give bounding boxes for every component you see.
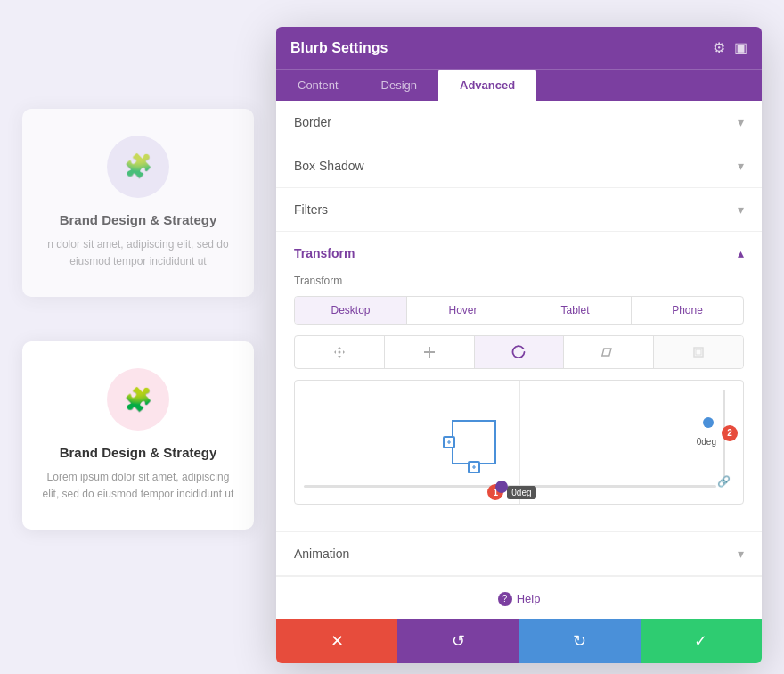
card-bottom: 🧩 Brand Design & Strategy Lorem ipsum do… [22,341,254,530]
v-slider-badge: 2 [722,425,738,441]
v-slider-value: 0deg [697,432,716,448]
tab-content[interactable]: Content [276,70,360,101]
device-tab-phone[interactable]: Phone [632,297,743,324]
h-slider-thumb[interactable] [495,481,508,493]
transform-btn-move[interactable] [295,336,385,368]
filters-arrow: ▾ [738,202,744,217]
panel-body: Border ▾ Box Shadow ▾ Filters ▾ Transfor… [276,101,762,619]
transform-type-buttons [294,335,744,369]
tab-advanced[interactable]: Advanced [438,70,536,101]
svg-rect-3 [602,349,611,356]
box-shadow-arrow: ▾ [738,159,744,173]
transform-btn-rotate[interactable] [475,336,565,368]
help-icon: ? [498,592,512,606]
transform-btn-add[interactable] [385,336,475,368]
animation-title: Animation [294,547,349,561]
animation-section: Animation ▾ [276,532,762,576]
transform-rect [452,420,496,464]
puzzle-icon-top: 🧩 [124,152,152,180]
undo-button[interactable]: ↺ [397,619,519,663]
panel-header-icons: ⚙ ▣ [713,39,747,56]
transform-section: Transform ▴ Transform Desktop Hover Tabl… [276,232,762,532]
box-shadow-title: Box Shadow [294,159,364,173]
transform-arrow: ▴ [738,246,744,260]
h-slider-label: 0deg [507,486,535,499]
border-title: Border [294,115,331,129]
box-shadow-header[interactable]: Box Shadow ▾ [276,144,762,187]
border-section: Border ▾ [276,101,762,144]
svg-rect-5 [696,349,701,355]
card-top-text: n dolor sit amet, adipiscing elit, sed d… [40,236,236,270]
settings-panel: Blurb Settings ⚙ ▣ Content Design Advanc… [276,27,762,663]
tab-design[interactable]: Design [360,70,438,101]
filters-title: Filters [294,202,328,217]
puzzle-icon-bottom: 🧩 [124,386,152,414]
filters-section: Filters ▾ [276,188,762,232]
panel-footer: ✕ ↺ ↻ ✓ [276,619,762,663]
redo-button[interactable]: ↻ [519,619,641,663]
svg-point-0 [338,351,340,354]
v-slider-info: 2 [722,425,738,441]
device-tab-tablet[interactable]: Tablet [519,297,632,324]
panel-header: Blurb Settings ⚙ ▣ [276,27,762,69]
card-top: 🧩 Brand Design & Strategy n dolor sit am… [22,109,254,297]
transform-btn-scale[interactable] [654,336,743,368]
cancel-button[interactable]: ✕ [276,619,397,663]
transform-handle-bottom[interactable] [468,461,480,473]
link-icon[interactable]: 🔗 [717,475,731,488]
border-header[interactable]: Border ▾ [276,101,762,144]
card-top-title: Brand Design & Strategy [40,212,236,227]
animation-header[interactable]: Animation ▾ [276,532,762,575]
box-shadow-section: Box Shadow ▾ [276,144,762,188]
help-link[interactable]: ? Help [498,592,541,606]
transform-handle-left[interactable] [443,436,455,448]
panel-title: Blurb Settings [290,40,388,56]
filters-header[interactable]: Filters ▾ [276,188,762,231]
help-bar: ? Help [276,576,762,619]
card-icon-top: 🧩 [107,136,169,198]
settings-icon[interactable]: ⚙ [713,39,725,56]
transform-title: Transform [294,246,355,260]
background-area: 🧩 Brand Design & Strategy n dolor sit am… [0,0,276,674]
device-tab-hover[interactable]: Hover [407,297,519,324]
transform-body: Transform Desktop Hover Tablet Phone [276,275,762,531]
panel-tabs: Content Design Advanced [276,69,762,101]
transform-rect-wrapper [452,420,496,464]
transform-sub-label: Transform [294,275,744,287]
device-tab-desktop[interactable]: Desktop [295,297,407,324]
device-tabs: Desktop Hover Tablet Phone [294,296,744,325]
transform-header[interactable]: Transform ▴ [276,232,762,275]
help-label: Help [517,592,541,605]
animation-arrow: ▾ [738,547,744,561]
card-bottom-text: Lorem ipsum dolor sit amet, adipiscing e… [40,469,236,503]
v-slider-thumb[interactable] [703,417,714,428]
layout-icon[interactable]: ▣ [734,39,747,56]
border-arrow: ▾ [738,115,744,129]
transform-btn-skew[interactable] [564,336,654,368]
transform-canvas: 1 0deg 2 0deg 🔗 [294,380,744,505]
card-bottom-title: Brand Design & Strategy [40,445,236,460]
save-button[interactable]: ✓ [641,619,762,663]
card-icon-bottom: 🧩 [107,368,169,431]
